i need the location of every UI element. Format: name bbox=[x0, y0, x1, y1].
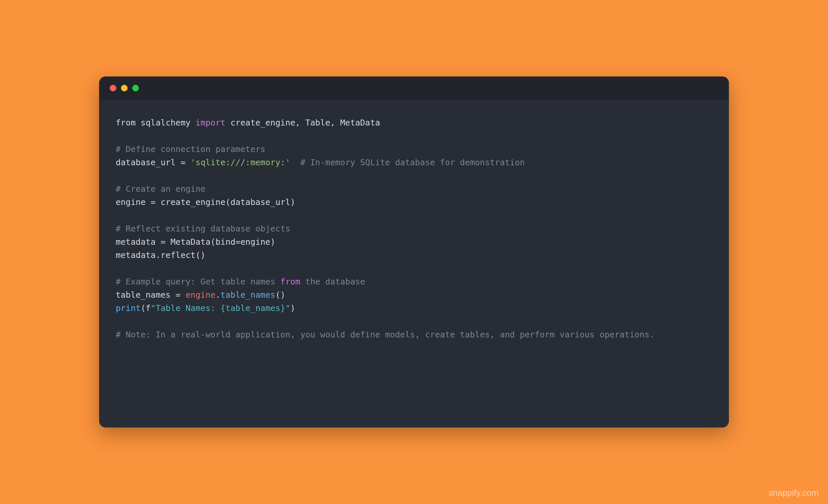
code-line: # Reflect existing database objects bbox=[116, 222, 712, 235]
code-token: print bbox=[116, 303, 140, 313]
minimize-icon[interactable] bbox=[121, 85, 128, 91]
code-token: metadata.reflect() bbox=[116, 250, 206, 260]
code-token: metadata = MetaData(bind=engine) bbox=[116, 237, 276, 247]
code-token: # Note: In a real-world application, you… bbox=[116, 330, 655, 339]
code-line: metadata.reflect() bbox=[116, 249, 712, 262]
code-token: # Define connection parameters bbox=[116, 144, 265, 154]
code-area: from sqlalchemy import create_engine, Ta… bbox=[99, 100, 729, 358]
code-token: () bbox=[276, 290, 285, 300]
code-line: from sqlalchemy import create_engine, Ta… bbox=[116, 116, 712, 130]
code-token: "Table Names: {table_names}" bbox=[151, 303, 290, 313]
code-token: # Example query: Get table names bbox=[116, 277, 280, 286]
code-token: table_names = bbox=[116, 290, 185, 300]
code-token: 'sqlite:///:memory:' bbox=[191, 157, 290, 167]
code-token: engine bbox=[185, 290, 215, 300]
code-token: engine = create_engine(database_url) bbox=[116, 197, 295, 207]
code-token: from sqlalchemy bbox=[116, 118, 196, 128]
code-line: # Example query: Get table names from th… bbox=[116, 275, 712, 288]
code-line: # Note: In a real-world application, you… bbox=[116, 328, 712, 341]
code-line bbox=[116, 315, 712, 328]
code-line bbox=[116, 169, 712, 182]
code-line bbox=[116, 130, 712, 143]
code-line: # Define connection parameters bbox=[116, 143, 712, 156]
code-line: print(f"Table Names: {table_names}") bbox=[116, 302, 712, 315]
code-window: from sqlalchemy import create_engine, Ta… bbox=[99, 77, 729, 427]
code-line: metadata = MetaData(bind=engine) bbox=[116, 235, 712, 249]
code-token bbox=[290, 157, 300, 167]
maximize-icon[interactable] bbox=[132, 85, 139, 91]
code-token: # Reflect existing database objects bbox=[116, 224, 290, 233]
code-token: database_url = bbox=[116, 157, 191, 167]
code-token: ) bbox=[290, 303, 295, 313]
code-token: . bbox=[215, 290, 220, 300]
code-line bbox=[116, 262, 712, 275]
code-line: engine = create_engine(database_url) bbox=[116, 196, 712, 209]
code-token: the database bbox=[300, 277, 365, 286]
code-token: from bbox=[280, 277, 300, 286]
code-token: # In-memory SQLite database for demonstr… bbox=[300, 157, 525, 167]
code-token: import bbox=[196, 118, 225, 128]
watermark: snappify.com bbox=[769, 488, 819, 498]
close-icon[interactable] bbox=[110, 85, 116, 91]
code-line: # Create an engine bbox=[116, 182, 712, 196]
titlebar bbox=[99, 77, 729, 100]
code-line: table_names = engine.table_names() bbox=[116, 288, 712, 302]
code-token: table_names bbox=[220, 290, 276, 300]
code-line: database_url = 'sqlite:///:memory:' # In… bbox=[116, 156, 712, 169]
code-token: (f bbox=[140, 303, 151, 313]
code-line bbox=[116, 209, 712, 222]
code-token: create_engine, Table, MetaData bbox=[225, 118, 380, 128]
code-token: # Create an engine bbox=[116, 184, 206, 194]
